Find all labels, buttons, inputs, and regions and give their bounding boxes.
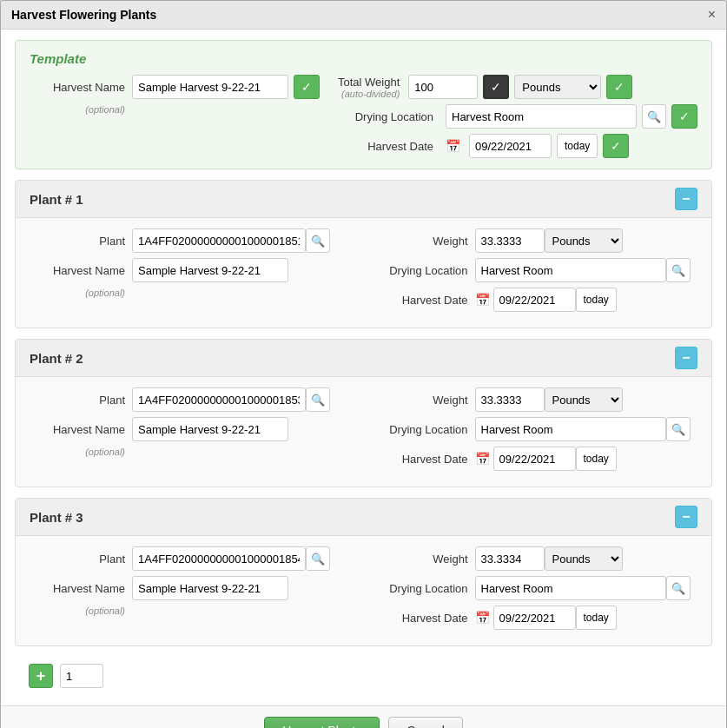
harvest-name-confirm-button[interactable]: ✓ [294, 75, 320, 99]
plant-3-today-button[interactable]: today [576, 606, 617, 630]
plant-1-drying-row: Drying Location 🔍 [373, 258, 698, 282]
plant-3-date-input[interactable] [493, 606, 576, 630]
template-section: Template Harvest Name ✓ (optional) [15, 40, 712, 169]
plant-3-id-row: Plant 🔍 [30, 546, 355, 571]
plant-3-weight-input[interactable] [475, 546, 545, 571]
plant-3-drying-row: Drying Location 🔍 [373, 576, 698, 600]
plant-3-drying-search-button[interactable]: 🔍 [666, 576, 691, 600]
close-button[interactable]: × [708, 8, 716, 22]
template-drying-search-button[interactable]: 🔍 [642, 104, 666, 129]
plant-2-optional-row: (optional) [30, 447, 355, 457]
plant-1-right: Weight Pounds Grams Ounces Drying Locati… [373, 228, 698, 317]
plant-2-weight-unit-select[interactable]: Pounds Grams Ounces [545, 387, 623, 412]
plant-2-drying-label: Drying Location [373, 423, 468, 436]
plant-1-calendar-icon[interactable]: 📅 [475, 293, 490, 307]
plant-1-name-row: Harvest Name [30, 258, 355, 282]
plant-1-date-input[interactable] [493, 288, 576, 312]
total-weight-label: Total Weight [338, 76, 400, 89]
template-drying-input[interactable] [446, 104, 637, 129]
plant-3-date-label: Harvest Date [373, 612, 468, 625]
plant-2-drying-input[interactable] [475, 417, 666, 441]
plant-1-drying-label: Drying Location [373, 264, 468, 277]
plant-2-drying-search-button[interactable]: 🔍 [666, 417, 691, 441]
auto-divided-label: (auto-divided) [341, 89, 400, 99]
plant-1-weight-input[interactable] [475, 228, 545, 253]
plant-1-remove-button[interactable]: − [675, 188, 697, 210]
plant-1-left: Plant 🔍 Harvest Name (optional) [30, 228, 355, 317]
total-weight-input[interactable] [408, 75, 478, 99]
plant-1-harvest-name-input[interactable] [132, 258, 288, 282]
template-drying-confirm-button[interactable]: ✓ [671, 104, 697, 129]
plant-1-id-label: Plant [30, 235, 125, 248]
plant-3-remove-button[interactable]: − [675, 506, 697, 528]
plant-3-search-button[interactable]: 🔍 [306, 546, 330, 571]
plant-2-calendar-icon[interactable]: 📅 [475, 452, 490, 466]
plant-2-left: Plant 🔍 Harvest Name (optional) [30, 387, 355, 476]
weight-unit-select[interactable]: Pounds Grams Ounces [514, 75, 601, 99]
plant-3-body: Plant 🔍 Harvest Name (optional) Weight [16, 536, 711, 645]
plant-2-right: Weight Pounds Grams Ounces Drying Locati… [373, 387, 698, 476]
plant-3-id-label: Plant [30, 553, 125, 566]
plant-2-weight-label: Weight [373, 394, 468, 407]
template-date-input[interactable] [469, 134, 552, 158]
plant-3-optional-label: (optional) [30, 606, 125, 616]
template-today-button[interactable]: today [557, 134, 598, 158]
total-weight-confirm-button[interactable]: ✓ [483, 75, 509, 99]
add-plant-button[interactable]: + [29, 664, 53, 688]
plant-1-drying-search-button[interactable]: 🔍 [666, 258, 691, 282]
total-weight-row: Total Weight (auto-divided) ✓ Pounds Gra… [338, 75, 697, 99]
template-right: Total Weight (auto-divided) ✓ Pounds Gra… [338, 75, 697, 158]
plant-1-date-label: Harvest Date [373, 294, 468, 307]
plant-3-title: Plant # 3 [30, 510, 83, 525]
template-date-label: Harvest Date [338, 140, 433, 153]
plant-1-weight-row: Weight Pounds Grams Ounces [373, 228, 698, 253]
cancel-button[interactable]: Cancel [388, 717, 463, 728]
plant-2-remove-button[interactable]: − [675, 347, 697, 369]
harvest-dialog: Harvest Flowering Plants × Template Harv… [0, 0, 727, 728]
plant-2-today-button[interactable]: today [576, 447, 617, 471]
plant-3-right: Weight Pounds Grams Ounces Drying Locati… [373, 546, 698, 635]
plant-2-date-input[interactable] [493, 447, 576, 471]
plant-1-weight-unit-select[interactable]: Pounds Grams Ounces [545, 228, 623, 253]
add-count-input[interactable] [60, 664, 103, 688]
plant-3-weight-unit-select[interactable]: Pounds Grams Ounces [545, 546, 623, 571]
template-date-confirm-button[interactable]: ✓ [603, 134, 629, 158]
plant-3-weight-label: Weight [373, 553, 468, 566]
plant-3-id-input[interactable] [132, 546, 306, 571]
plant-2-name-row: Harvest Name [30, 417, 355, 441]
harvest-name-input[interactable] [132, 75, 288, 99]
plant-2-id-label: Plant [30, 394, 125, 407]
plant-3-weight-row: Weight Pounds Grams Ounces [373, 546, 698, 571]
harvest-name-row: Harvest Name ✓ [30, 75, 320, 99]
plant-3-date-row: Harvest Date 📅 today [373, 606, 698, 630]
plant-section-2: Plant # 2 − Plant 🔍 Harvest Name (optio [15, 339, 712, 487]
plant-1-optional-label: (optional) [30, 288, 125, 298]
plant-3-drying-input[interactable] [475, 576, 666, 600]
plant-3-left: Plant 🔍 Harvest Name (optional) [30, 546, 355, 635]
harvest-plants-button[interactable]: Harvest Plants [264, 717, 380, 728]
plant-2-harvest-name-input[interactable] [132, 417, 288, 441]
plant-1-today-button[interactable]: today [576, 288, 617, 312]
weight-unit-confirm-button[interactable]: ✓ [606, 75, 632, 99]
plant-1-search-button[interactable]: 🔍 [306, 228, 330, 253]
template-label: Template [30, 51, 697, 66]
plant-3-harvest-name-label: Harvest Name [30, 582, 125, 595]
plant-2-search-button[interactable]: 🔍 [306, 387, 330, 412]
plant-1-drying-input[interactable] [475, 258, 666, 282]
plant-2-drying-row: Drying Location 🔍 [373, 417, 698, 441]
plant-2-id-input[interactable] [132, 387, 306, 412]
plant-1-title: Plant # 1 [30, 192, 83, 207]
harvest-name-label: Harvest Name [30, 81, 125, 94]
plant-1-id-input[interactable] [132, 228, 306, 253]
plant-3-calendar-icon[interactable]: 📅 [475, 611, 490, 625]
add-plant-area: + [15, 657, 712, 695]
optional-row: (optional) [30, 104, 320, 115]
plant-2-optional-label: (optional) [30, 447, 125, 457]
plant-2-weight-input[interactable] [475, 387, 545, 412]
plant-1-date-row: Harvest Date 📅 today [373, 288, 698, 312]
calendar-icon[interactable]: 📅 [446, 139, 460, 153]
optional-label: (optional) [30, 104, 125, 115]
plant-3-harvest-name-input[interactable] [132, 576, 288, 600]
template-date-row: Harvest Date 📅 today ✓ [338, 134, 697, 158]
plant-1-body: Plant 🔍 Harvest Name (optional) Weight [16, 218, 711, 328]
